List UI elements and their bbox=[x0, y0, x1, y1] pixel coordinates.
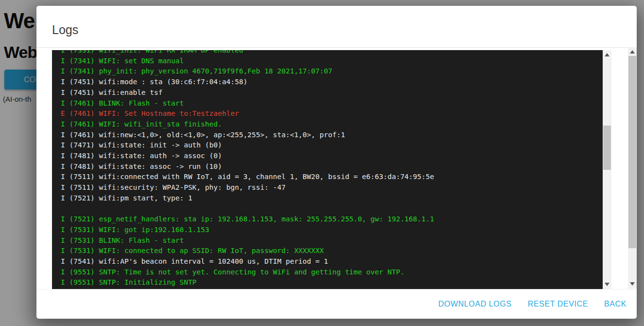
log-line: I (7511) wifi:connected with RW IoT, aid… bbox=[61, 172, 603, 182]
log-line: I (7451) wifi:enable tsf bbox=[61, 88, 603, 98]
log-line: I (9551) SNTP: Time is not set yet. Conn… bbox=[61, 267, 603, 278]
log-output-console[interactable]: I (7331) wifi_init: WiFi RX IRAM OP enab… bbox=[52, 50, 603, 289]
log-line: I (7531) WIFI: got ip:192.168.1.153 bbox=[61, 225, 603, 235]
dialog-body: I (7331) wifi_init: WiFi RX IRAM OP enab… bbox=[36, 48, 637, 289]
log-line: I (7451) wifi:mode : sta (30:c6:f7:04:a4… bbox=[61, 77, 603, 88]
log-line: E (7461) WIFI: Set Hostname to:Testzaehl… bbox=[61, 109, 603, 119]
logs-dialog: Logs I (7331) wifi_init: WiFi RX IRAM OP… bbox=[36, 6, 637, 319]
log-line: I (7531) WIFI: connected to ap SSID: RW … bbox=[61, 246, 603, 256]
log-line: I (7481) wifi:state: auth -> assoc (0) bbox=[61, 151, 603, 162]
dialog-scrollbar[interactable] bbox=[628, 47, 637, 289]
log-line: I (7331) wifi_init: WiFi RX IRAM OP enab… bbox=[61, 50, 603, 56]
log-line: I (7481) wifi:state: assoc -> run (10) bbox=[61, 162, 603, 172]
log-line: I (7541) wifi:AP's beacon interval = 102… bbox=[61, 256, 603, 267]
scroll-down-icon[interactable] bbox=[605, 283, 609, 286]
log-line: I (7521) wifi:pm start, type: 1 bbox=[61, 193, 603, 204]
dialog-title: Logs bbox=[52, 23, 78, 37]
scroll-up-icon[interactable] bbox=[605, 53, 609, 56]
log-line bbox=[61, 204, 603, 215]
log-line: I (7521) esp_netif_handlers: sta ip: 192… bbox=[61, 214, 603, 225]
log-line: I (7531) BLINK: Flash - start bbox=[61, 235, 603, 246]
log-line: I (7511) wifi:security: WPA2-PSK, phy: b… bbox=[61, 182, 603, 193]
download-logs-button[interactable]: DOWNLOAD LOGS bbox=[438, 300, 512, 308]
dialog-header: Logs bbox=[36, 6, 637, 47]
log-scrollbar[interactable] bbox=[603, 50, 611, 289]
log-line: I (7341) WIFI: set DNS manual bbox=[61, 56, 603, 67]
dialog-scrollbar-thumb[interactable] bbox=[628, 56, 636, 248]
log-scrollbar-thumb[interactable] bbox=[603, 126, 611, 170]
log-line: I (9551) SNTP: Initializing SNTP bbox=[61, 277, 603, 288]
log-line: I (7461) WIFI: wifi_init_sta finished. bbox=[61, 119, 603, 130]
dialog-footer: DOWNLOAD LOGS RESET DEVICE BACK bbox=[36, 289, 637, 319]
reset-device-button[interactable]: RESET DEVICE bbox=[528, 300, 588, 308]
log-line: I (7341) phy_init: phy_version 4670,719f… bbox=[61, 66, 603, 77]
log-line: I (7471) wifi:state: init -> auth (b0) bbox=[61, 140, 603, 151]
log-line: I (7461) BLINK: Flash - start bbox=[61, 98, 603, 109]
log-lines-container: I (7331) wifi_init: WiFi RX IRAM OP enab… bbox=[52, 50, 603, 288]
log-line: I (7461) wifi:new:<1,0>, old:<1,0>, ap:<… bbox=[61, 130, 603, 141]
scroll-up-icon[interactable] bbox=[630, 50, 635, 54]
scroll-down-icon[interactable] bbox=[630, 282, 635, 286]
back-button[interactable]: BACK bbox=[604, 300, 627, 308]
